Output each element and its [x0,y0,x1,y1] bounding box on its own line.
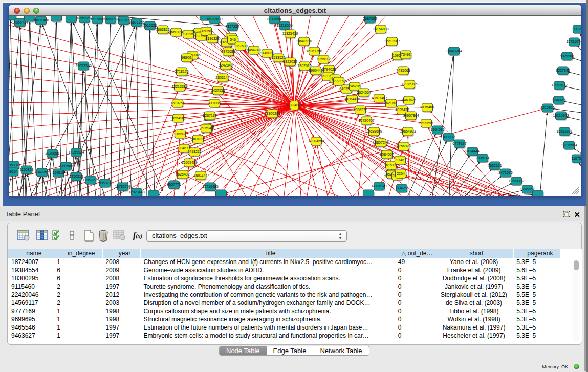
svg-text:15716485: 15716485 [202,185,218,188]
svg-text:9756928: 9756928 [397,144,410,148]
svg-text:18724007: 18724007 [286,103,302,107]
svg-text:2367608: 2367608 [233,44,247,48]
svg-text:2687682: 2687682 [363,17,377,20]
svg-text:12093872: 12093872 [551,83,567,87]
svg-text:73493: 73493 [401,53,411,56]
svg-text:2397588: 2397588 [59,164,73,168]
svg-text:9146821: 9146821 [260,51,274,55]
svg-text:7632621: 7632621 [488,164,502,167]
svg-text:114519: 114519 [53,171,64,174]
svg-text:1610755: 1610755 [170,101,184,105]
svg-text:6479197: 6479197 [452,142,466,145]
svg-text:2020655: 2020655 [45,151,59,155]
svg-text:8215955: 8215955 [540,106,554,110]
svg-text:3875685: 3875685 [221,50,235,53]
svg-text:16033809: 16033809 [206,17,222,21]
svg-text:7986372: 7986372 [353,108,367,112]
svg-text:10607487: 10607487 [371,96,387,100]
svg-text:746206: 746206 [349,84,360,88]
svg-text:19654983: 19654983 [170,116,186,120]
svg-text:19218506: 19218506 [276,24,292,27]
svg-text:1588520: 1588520 [271,56,285,59]
svg-text:1250513: 1250513 [69,174,83,178]
svg-text:20691406: 20691406 [33,18,49,22]
svg-text:8186328: 8186328 [205,37,219,40]
svg-text:6794028: 6794028 [322,68,336,71]
svg-text:9474444: 9474444 [465,149,479,153]
svg-text:1362615: 1362615 [297,64,311,68]
svg-text:18300295: 18300295 [264,112,280,115]
svg-text:19384554: 19384554 [308,139,324,143]
svg-text:16154838: 16154838 [373,27,388,31]
svg-text:98901: 98901 [182,56,192,59]
svg-text:19654923: 19654923 [400,129,416,133]
svg-text:7625402: 7625402 [176,172,189,176]
svg-text:1156829: 1156829 [20,168,34,171]
svg-text:9746: 9746 [396,158,404,162]
svg-text:14136141: 14136141 [371,184,387,188]
svg-text:18640910: 18640910 [296,39,312,43]
svg-text:15609489: 15609489 [181,161,197,164]
svg-text:0699695: 0699695 [419,121,433,125]
svg-text:417006: 417006 [208,101,220,105]
svg-text:1025438: 1025438 [395,108,409,112]
svg-text:15692971: 15692971 [556,129,572,133]
svg-text:12213967: 12213967 [384,39,400,43]
svg-text:8471676: 8471676 [498,171,512,174]
svg-text:9227342: 9227342 [556,69,570,72]
svg-text:12923448: 12923448 [128,190,144,194]
svg-text:546: 546 [230,38,236,41]
svg-text:116753: 116753 [572,157,581,160]
svg-text:12213389: 12213389 [171,85,187,89]
svg-text:1350361: 1350361 [9,163,21,167]
svg-text:2935114: 2935114 [476,156,490,160]
svg-text:9498222: 9498222 [187,150,201,154]
svg-text:1691144: 1691144 [194,173,208,177]
svg-text:1964095: 1964095 [430,128,444,132]
svg-text:9463627: 9463627 [402,98,416,102]
svg-text:1244415: 1244415 [552,98,565,102]
svg-text:7357224: 7357224 [225,25,239,28]
svg-text:11124: 11124 [574,27,581,31]
svg-text:3427552: 3427552 [211,89,225,92]
svg-text:2803144: 2803144 [215,76,229,79]
svg-text:15720407: 15720407 [358,119,374,122]
svg-text:9329966: 9329966 [560,54,574,58]
svg-text:17359924: 17359924 [68,150,84,154]
svg-text:15751074: 15751074 [566,40,581,43]
svg-text:9777169: 9777169 [332,79,345,83]
svg-text:16961758: 16961758 [306,49,322,53]
svg-text:53594: 53594 [201,126,211,130]
svg-text:17957225: 17957225 [82,178,98,182]
svg-text:8322032: 8322032 [283,60,297,63]
svg-text:9084067: 9084067 [380,152,394,156]
svg-text:1527602: 1527602 [90,17,104,21]
svg-text:1342757: 1342757 [35,170,49,174]
svg-text:7515526: 7515526 [143,24,157,27]
svg-text:3267130: 3267130 [203,114,216,117]
svg-text:14957864: 14957864 [403,114,419,117]
svg-text:12975115: 12975115 [402,82,418,86]
svg-text:16648784: 16648784 [446,49,462,53]
svg-text:17016504: 17016504 [561,143,577,147]
svg-text:2254: 2254 [397,172,405,176]
svg-text:7955812: 7955812 [316,57,330,61]
svg-text:7663822: 7663822 [156,28,169,31]
svg-text:18807249: 18807249 [373,141,388,144]
svg-text:867833: 867833 [192,137,204,141]
svg-text:8813054: 8813054 [267,17,281,21]
svg-text:8454749: 8454749 [247,48,260,52]
svg-text:20364436: 20364436 [344,97,360,101]
svg-text:7485063: 7485063 [396,69,410,72]
svg-text:39154: 39154 [9,170,18,173]
svg-text:19958137: 19958137 [97,181,113,185]
svg-text:10654112: 10654112 [509,179,525,183]
svg-text:62160: 62160 [386,101,396,105]
svg-text:3624554: 3624554 [357,91,371,94]
svg-text:16671355: 16671355 [128,20,144,24]
svg-text:9115460: 9115460 [421,105,434,109]
svg-text:2718176: 2718176 [175,70,188,73]
svg-text:8990443: 8990443 [309,69,322,72]
svg-text:9657771: 9657771 [167,183,181,186]
svg-text:16782759: 16782759 [115,185,130,188]
